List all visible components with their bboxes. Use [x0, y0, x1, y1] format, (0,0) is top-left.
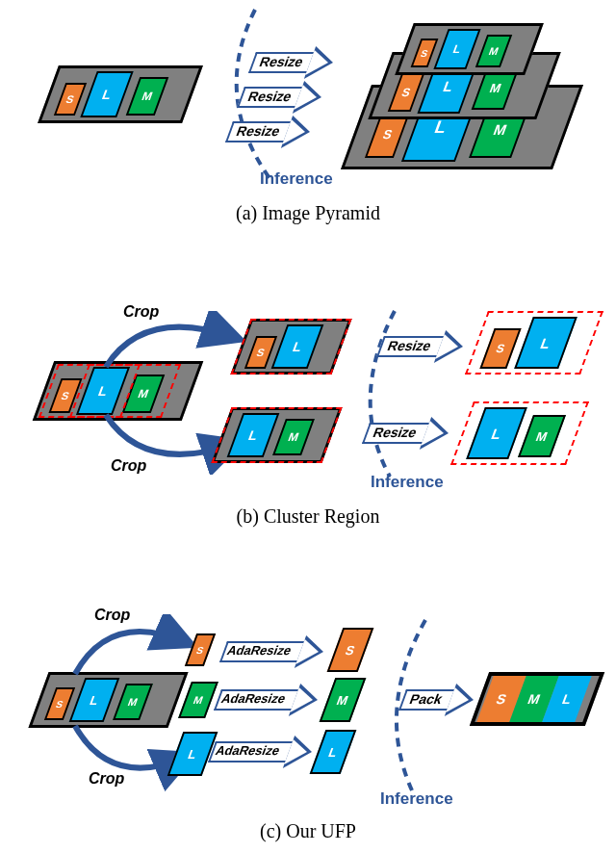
crop-label-c-top: Crop	[94, 607, 130, 624]
inference-label-b: Inference	[371, 473, 444, 492]
adaresize-arrow-3: AdaResize	[207, 737, 321, 766]
caption-a: (a) Image Pyramid	[0, 202, 616, 224]
caption-c: (c) Our UFP	[0, 820, 616, 842]
resize-arrow-b-2: Resize	[361, 419, 458, 448]
adaresize-label-2: AdaResize	[219, 691, 288, 706]
panel-c: S L M Crop Crop S M L AdaResize AdaResiz…	[0, 585, 616, 836]
adaresize-label-1: AdaResize	[225, 643, 294, 658]
crop-label-b-bot: Crop	[111, 457, 146, 475]
resize-arrow-a-3: Resize	[224, 117, 320, 146]
resize-label-b-1: Resize	[385, 338, 433, 353]
adaresize-arrow-1: AdaResize	[218, 637, 333, 666]
inference-arc-b	[337, 303, 433, 486]
resize-label-b-2: Resize	[371, 425, 419, 440]
resize-arrow-a-2: Resize	[236, 83, 331, 112]
resize-arrow-a-1: Resize	[247, 48, 343, 77]
crop-arrow-b-top	[87, 311, 250, 378]
pack-arrow: Pack	[398, 685, 483, 714]
resize-label-a-2: Resize	[245, 89, 294, 104]
resize-label-a-1: Resize	[257, 54, 305, 69]
pack-label: Pack	[407, 691, 445, 707]
resize-arrow-b-1: Resize	[375, 332, 473, 361]
inference-label-c: Inference	[380, 789, 453, 809]
ada-c-m: M	[320, 678, 367, 722]
crop-label-c-bot: Crop	[89, 770, 124, 788]
resize-label-a-3: Resize	[234, 123, 282, 139]
crop-arrow-c-top	[58, 614, 202, 682]
adaresize-arrow-2: AdaResize	[213, 685, 327, 714]
panel-b: S L M Crop Crop S L L M Inference Resize…	[0, 284, 616, 525]
crop-b2-outline	[211, 407, 342, 463]
inference-label-a: Inference	[260, 169, 333, 189]
caption-b: (b) Cluster Region	[0, 505, 616, 528]
adaresize-label-3: AdaResize	[214, 743, 282, 758]
crop-label-b-top: Crop	[123, 303, 159, 321]
crop-b1-outline	[230, 319, 351, 375]
